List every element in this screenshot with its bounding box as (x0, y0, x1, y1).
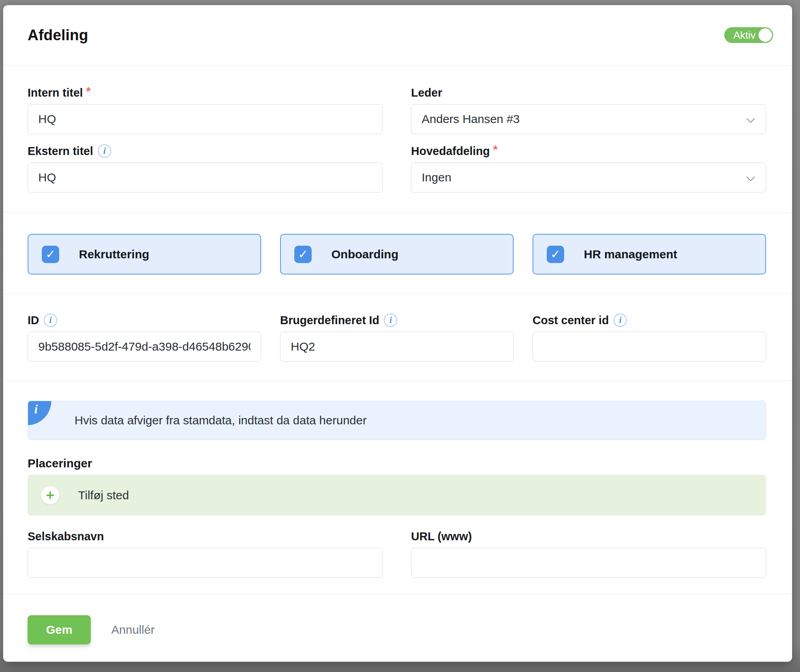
chevron-down-icon (746, 173, 755, 182)
dialog-footer: Gem Annullér (3, 594, 792, 662)
info-icon[interactable]: i (98, 144, 111, 158)
selskabsnavn-input[interactable] (28, 548, 383, 578)
id-label: ID (28, 314, 39, 327)
required-marker: * (86, 84, 91, 98)
ekstern-titel-field-group: Ekstern titel i (28, 144, 383, 192)
url-label: URL (www) (411, 530, 472, 543)
intern-titel-input[interactable] (28, 104, 383, 134)
info-icon[interactable]: i (613, 314, 627, 327)
url-input[interactable] (411, 548, 766, 578)
id-field-group: ID i (28, 314, 261, 362)
dialog-header: Afdeling Aktiv (3, 5, 792, 65)
info-banner: i Hvis data afviger fra stamdata, indtas… (28, 401, 766, 440)
ekstern-titel-input[interactable] (28, 162, 383, 192)
module-label: Onboarding (331, 248, 398, 261)
cancel-button[interactable]: Annullér (111, 623, 155, 637)
hovedafdeling-selected-value: Ingen (422, 171, 451, 184)
leder-field-group: Leder Anders Hansen #3 (411, 86, 766, 134)
cost-center-id-field-group: Cost center id i (533, 314, 766, 362)
cost-center-id-input[interactable] (533, 332, 766, 362)
placeringer-label: Placeringer (28, 457, 766, 470)
brugerdefineret-id-field-group: Brugerdefineret Id i (280, 314, 514, 362)
hovedafdeling-select[interactable]: Ingen (411, 162, 766, 192)
leder-label: Leder (411, 86, 442, 99)
brugerdefineret-id-label: Brugerdefineret Id (280, 314, 379, 327)
module-card-rekruttering[interactable]: ✓ Rekruttering (28, 234, 261, 274)
module-card-hr-management[interactable]: ✓ HR management (533, 234, 766, 274)
chevron-down-icon (746, 114, 755, 123)
info-banner-text: Hvis data afviger fra stamdata, indtast … (75, 414, 366, 427)
checkbox-checked-icon[interactable]: ✓ (42, 246, 59, 263)
hovedafdeling-label: Hovedafdeling (411, 145, 490, 158)
plus-icon: + (41, 486, 59, 504)
cost-center-id-label: Cost center id (533, 314, 609, 327)
info-badge-icon: i (28, 401, 51, 425)
extra-section: i Hvis data afviger fra stamdata, indtas… (3, 381, 792, 594)
required-marker: * (493, 143, 498, 156)
intern-titel-field-group: Intern titel * (28, 86, 383, 134)
modules-section: ✓ Rekruttering ✓ Onboarding ✓ HR managem… (3, 213, 792, 294)
page-title: Afdeling (28, 27, 88, 44)
leder-select[interactable]: Anders Hansen #3 (411, 104, 766, 134)
checkbox-checked-icon[interactable]: ✓ (294, 246, 312, 263)
add-location-button[interactable]: + Tilføj sted (28, 475, 766, 515)
intern-titel-label: Intern titel (28, 86, 83, 99)
selskabsnavn-field-group: Selskabsnavn (28, 530, 383, 578)
ids-section: ID i Brugerdefineret Id i Cost center id… (3, 294, 792, 381)
save-button[interactable]: Gem (28, 615, 91, 644)
module-label: Rekruttering (79, 248, 149, 261)
aktiv-toggle-label: Aktiv (724, 29, 755, 41)
checkbox-checked-icon[interactable]: ✓ (547, 246, 564, 263)
aktiv-toggle[interactable]: Aktiv (724, 27, 773, 43)
titles-section: Intern titel * Leder Anders Hansen #3 Ek… (3, 65, 792, 213)
url-field-group: URL (www) (411, 530, 766, 578)
module-card-onboarding[interactable]: ✓ Onboarding (280, 234, 514, 274)
info-icon[interactable]: i (44, 314, 57, 327)
selskabsnavn-label: Selskabsnavn (28, 530, 104, 543)
add-location-label: Tilføj sted (78, 489, 129, 502)
hovedafdeling-field-group: Hovedafdeling * Ingen (411, 144, 766, 192)
brugerdefineret-id-input[interactable] (280, 332, 514, 362)
leder-selected-value: Anders Hansen #3 (422, 112, 520, 126)
info-icon[interactable]: i (384, 314, 397, 327)
module-label: HR management (584, 248, 677, 261)
ekstern-titel-label: Ekstern titel (28, 145, 93, 158)
toggle-knob-icon (759, 28, 772, 42)
id-input[interactable] (28, 332, 261, 362)
afdeling-dialog: Afdeling Aktiv Intern titel * Leder Ande… (3, 5, 792, 662)
